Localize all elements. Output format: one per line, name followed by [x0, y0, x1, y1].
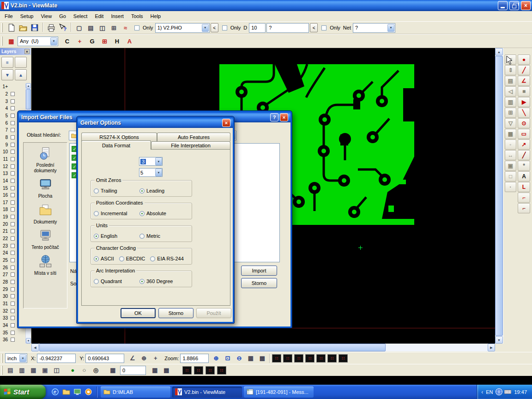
- net-combo[interactable]: ?▼: [353, 23, 395, 33]
- rotate-left-icon[interactable]: ◁: [505, 86, 516, 97]
- pattern-toggle-1-icon[interactable]: ∷: [182, 366, 192, 375]
- draw-angle-tool-icon[interactable]: ∠: [518, 76, 530, 86]
- only-file-checkbox[interactable]: [134, 25, 139, 30]
- tab-file-interpretation[interactable]: File Interpretation: [151, 141, 230, 149]
- chevron-down-icon[interactable]: ▼: [202, 24, 209, 32]
- zoom-window-icon[interactable]: ⊡: [222, 353, 233, 363]
- radio-english[interactable]: English: [94, 233, 134, 239]
- chevron-down-icon[interactable]: ▼: [19, 354, 26, 362]
- dcode-query-field[interactable]: ?: [266, 23, 309, 33]
- layer-table-icon[interactable]: ▤: [505, 76, 516, 86]
- chevron-down-icon[interactable]: ▼: [155, 157, 162, 165]
- draw-diagonal-tool-icon[interactable]: ╲: [518, 108, 530, 118]
- layer-color-chip[interactable]: [11, 128, 15, 132]
- layer-color-chip[interactable]: [11, 106, 15, 110]
- tab-auto-features[interactable]: Auto Features: [157, 133, 230, 141]
- layer-row-1[interactable]: 1+: [0, 83, 25, 91]
- layer-color-chip[interactable]: [11, 143, 15, 147]
- menu-edit[interactable]: Edit: [91, 12, 107, 20]
- language-bar-icon[interactable]: [496, 388, 502, 395]
- menu-setup[interactable]: Setup: [17, 12, 37, 20]
- draw-l-track-tool-icon[interactable]: L: [518, 182, 530, 192]
- import-button[interactable]: Import: [241, 266, 277, 276]
- scrollbar-thumb[interactable]: [39, 344, 386, 351]
- layer-color-chip[interactable]: [11, 280, 15, 284]
- layer-color-chip[interactable]: [11, 338, 15, 342]
- zoom-out-icon[interactable]: ⊖: [234, 353, 244, 363]
- tab-data-format[interactable]: Data Format: [81, 140, 151, 150]
- layer-color-chip[interactable]: [11, 193, 15, 197]
- pad-ring-icon[interactable]: ◎: [91, 365, 101, 375]
- place-recent-documents[interactable]: Poslední dokumenty: [25, 146, 65, 173]
- layer-color-chip[interactable]: [11, 244, 15, 248]
- grid-mode-icon[interactable]: ⊞: [505, 108, 516, 118]
- draw-polygon-tool-icon[interactable]: ▶: [518, 97, 530, 107]
- layer-color-chip[interactable]: [11, 331, 15, 335]
- scroll-right-icon[interactable]: ▶: [488, 344, 495, 351]
- place-my-computer[interactable]: Tento počítač: [25, 229, 65, 250]
- layer-list-icon[interactable]: ≡: [1, 57, 13, 68]
- origin-icon[interactable]: ⊕: [139, 353, 149, 363]
- component-select-icon[interactable]: C: [62, 36, 73, 47]
- place-documents[interactable]: Dokumenty: [25, 203, 65, 225]
- draw-star-tool-icon[interactable]: *: [518, 161, 530, 171]
- layer-color-chip[interactable]: [11, 294, 15, 298]
- layer-color-chip[interactable]: [11, 272, 15, 277]
- layer-color-chip[interactable]: [11, 316, 15, 320]
- layer-color-chip[interactable]: [11, 186, 15, 190]
- place-network[interactable]: Místa v síti: [25, 254, 65, 276]
- layer-color-chip[interactable]: [11, 164, 15, 169]
- layer-color-chip[interactable]: [11, 222, 15, 226]
- radio-absolute[interactable]: Absolute: [139, 211, 166, 216]
- save-icon[interactable]: [29, 23, 40, 33]
- windows-flag-icon[interactable]: [4, 387, 11, 394]
- ie-quicklaunch-icon[interactable]: e: [50, 387, 60, 397]
- scroll-up-icon[interactable]: ▲: [495, 48, 503, 55]
- radio-metric[interactable]: Metric: [139, 233, 160, 239]
- radio-ascii[interactable]: ASCII: [94, 256, 114, 261]
- blank-tool-icon[interactable]: □: [505, 171, 516, 181]
- layer-pair-icon[interactable]: ▥: [17, 365, 27, 375]
- chevron-down-icon[interactable]: ▼: [155, 169, 162, 176]
- x-coordinate-field[interactable]: -0.942237: [37, 354, 76, 363]
- pattern-toggle-3-icon[interactable]: ∷: [206, 366, 215, 375]
- grid-toggle-icon[interactable]: ⊞: [99, 36, 110, 47]
- start-button[interactable]: Start: [0, 385, 46, 399]
- layer-row-2[interactable]: 2: [0, 91, 25, 98]
- menu-insert[interactable]: Insert: [107, 12, 127, 20]
- close-icon[interactable]: ×: [24, 49, 30, 54]
- snap-icon[interactable]: +: [150, 353, 161, 363]
- layer-split-icon[interactable]: ◫: [51, 365, 62, 375]
- draw-vector-tool-icon[interactable]: ↗: [518, 139, 530, 150]
- menu-file[interactable]: File: [1, 12, 17, 20]
- selection-filter-combo[interactable]: Any (U) ▼: [18, 36, 58, 46]
- close-button[interactable]: ×: [521, 1, 531, 10]
- radio-trailing[interactable]: Trailing: [94, 188, 134, 193]
- layer-row-36[interactable]: 36: [0, 336, 25, 344]
- distance-icon[interactable]: ∠: [127, 353, 138, 363]
- context-help-icon[interactable]: ?: [57, 23, 68, 33]
- chevron-down-icon[interactable]: ▼: [387, 24, 394, 32]
- layer-stack-icon[interactable]: ▤: [5, 365, 16, 375]
- left-of-decimal-combo[interactable]: 3 ▼: [139, 157, 163, 166]
- hide-icons-chevron[interactable]: ‹: [481, 389, 483, 395]
- radio-eia-rs-244[interactable]: EIA RS-244: [150, 256, 183, 261]
- layer-color-chip[interactable]: [11, 207, 15, 212]
- chevron-down-icon[interactable]: ▼: [50, 37, 57, 45]
- display-toggle-5-icon[interactable]: ∷: [316, 354, 326, 363]
- language-indicator[interactable]: EN: [486, 389, 493, 395]
- grid-major-icon[interactable]: ▦: [150, 365, 160, 375]
- folder-quicklaunch-icon[interactable]: [61, 387, 71, 397]
- grid-step-field[interactable]: 0: [120, 366, 146, 375]
- grid-dots-icon[interactable]: ▩: [257, 353, 267, 363]
- restore-button[interactable]: [509, 1, 519, 10]
- layer-active-icon[interactable]: ▣: [40, 365, 50, 375]
- units-combo[interactable]: inch▼: [5, 353, 27, 363]
- close-button[interactable]: ×: [280, 113, 288, 121]
- task-viewmate[interactable]: V2.bin - ViewMate: [172, 387, 242, 398]
- toolbar-grip[interactable]: [1, 354, 3, 363]
- draw-circle-tool-icon[interactable]: ⊙: [518, 118, 530, 128]
- swap-icon[interactable]: ▣: [505, 161, 516, 171]
- dot-tool-icon[interactable]: ·: [505, 182, 516, 192]
- layer-color-chip[interactable]: [11, 200, 15, 205]
